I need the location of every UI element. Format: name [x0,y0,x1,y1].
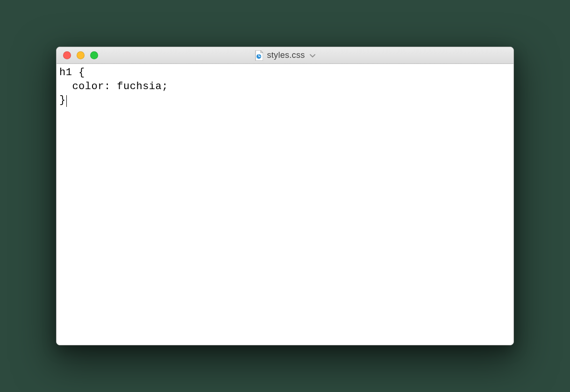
app-window: styles.css h1 { color: fuchsia;} [56,47,514,345]
chevron-down-icon[interactable] [310,52,315,59]
text-cursor [66,95,67,107]
zoom-button[interactable] [90,51,98,59]
file-icon [255,50,263,61]
code-line[interactable]: color: fuchsia; [59,80,511,94]
traffic-lights [57,51,98,59]
close-button[interactable] [63,51,71,59]
window-title: styles.css [267,50,305,60]
code-line[interactable]: } [59,93,511,107]
title-center: styles.css [57,50,513,61]
editor-area[interactable]: h1 { color: fuchsia;} [57,64,513,345]
code-line[interactable]: h1 { [59,66,511,80]
minimize-button[interactable] [77,51,85,59]
titlebar[interactable]: styles.css [57,47,513,64]
